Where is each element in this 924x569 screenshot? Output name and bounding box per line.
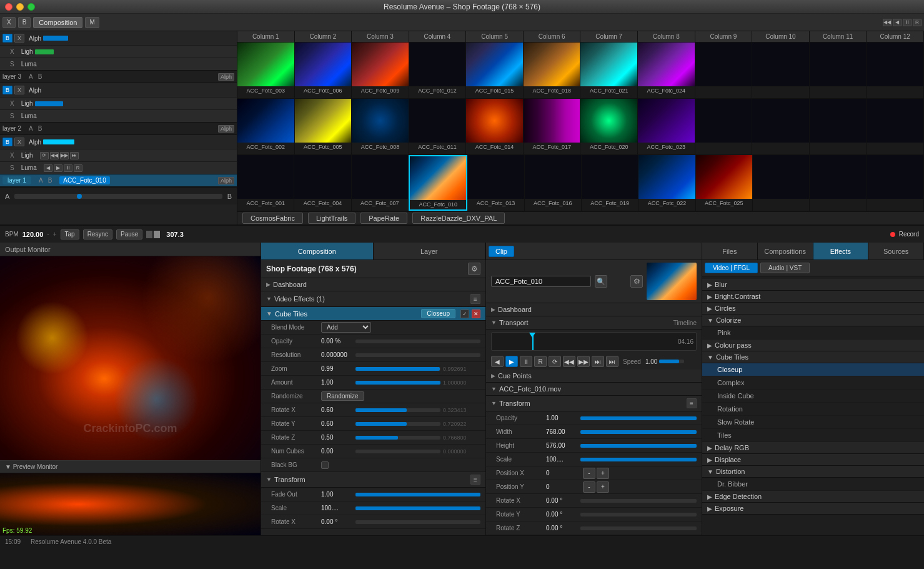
fade-out-track[interactable] — [355, 493, 480, 496]
rotate-z-track[interactable] — [355, 436, 440, 440]
distortion-section-header[interactable]: ▼ Distortion — [702, 466, 924, 478]
layer3-b-btn[interactable]: B — [2, 34, 12, 43]
grid-cell-ACC_Fotc_024[interactable]: ACC_Fotc_024 — [638, 43, 695, 98]
pause-button[interactable]: Pause — [116, 229, 142, 239]
rotate-x-track[interactable] — [355, 408, 440, 412]
bpm-plus[interactable]: + — [53, 231, 57, 238]
effect-tiles[interactable]: Tiles — [702, 429, 924, 442]
back-btn[interactable]: ◀ — [893, 19, 902, 26]
grid-cell-ACC_Fotc_007[interactable]: ACC_Fotc_007 — [352, 155, 409, 211]
effect-inside-cube[interactable]: Inside Cube — [702, 390, 924, 403]
deck-tab-razzledazzle_dxv_pal[interactable]: RazzleDazzle_DXV_PAL — [412, 213, 505, 224]
clip-search-btn[interactable]: 🔍 — [595, 275, 607, 288]
clip-rotate-x-track[interactable] — [580, 499, 697, 503]
clip-dashboard-section[interactable]: ▶ Dashboard — [486, 303, 702, 316]
clip-height-track[interactable] — [580, 444, 697, 448]
layer2-b-btn[interactable]: B — [2, 86, 12, 94]
clip-transform-expand[interactable]: ≡ — [687, 398, 697, 408]
scale-track[interactable] — [355, 506, 480, 510]
tab-layer[interactable]: Layer — [374, 243, 486, 259]
rotate-y-track[interactable] — [355, 422, 440, 426]
effect-slow-rotate[interactable]: Slow Rotate — [702, 416, 924, 429]
colour-pass-section-header[interactable]: ▶ Colour pass — [702, 340, 924, 351]
minimize-button[interactable] — [16, 3, 24, 11]
clip-loop-btn[interactable]: ⟳ — [549, 356, 561, 367]
preview-header[interactable]: ▼ Preview Monitor — [0, 461, 261, 473]
grid-cell-ACC_Fotc_005[interactable]: ACC_Fotc_005 — [295, 99, 352, 154]
dashboard-section[interactable]: ▶ Dashboard — [261, 278, 485, 291]
grid-cell-ACC_Fotc_008[interactable]: ACC_Fotc_008 — [352, 99, 409, 154]
x-button[interactable]: X — [2, 17, 16, 28]
opacity-track[interactable] — [355, 340, 480, 343]
grid-cell-ACC_Fotc_006[interactable]: ACC_Fotc_006 — [295, 43, 352, 98]
effect-complex[interactable]: Complex — [702, 376, 924, 390]
clip-pause-btn[interactable]: ⏸ — [520, 356, 532, 367]
close-button[interactable] — [5, 3, 12, 11]
l1-back-btn[interactable]: ◀◀ — [50, 152, 59, 159]
pos-y-plus[interactable]: + — [597, 481, 609, 493]
effect-closeup[interactable]: Closeup — [702, 363, 924, 376]
l1-r-btn[interactable]: R — [74, 164, 82, 172]
pos-y-minus[interactable]: - — [583, 481, 595, 493]
clip-end-btn[interactable]: ⏭ — [592, 356, 604, 367]
tab-composition[interactable]: Composition — [261, 243, 374, 259]
num-cubes-track[interactable] — [355, 450, 440, 453]
effect-dr-bibber[interactable]: Dr. Bibber — [702, 478, 924, 491]
exposure-section-header[interactable]: ▶ Exposure — [702, 503, 924, 515]
grid-cell-empty[interactable] — [752, 43, 810, 98]
fwd-btn[interactable]: R — [913, 19, 922, 26]
grid-cell-ACC_Fotc_010[interactable]: ACC_Fotc_010 — [409, 155, 467, 211]
sub-tab-video[interactable]: Video | FFGL — [705, 263, 758, 273]
layer1-x-btn[interactable]: X — [14, 138, 24, 146]
grid-cell-ACC_Fotc_020[interactable]: ACC_Fotc_020 — [580, 99, 638, 154]
clip-play-btn[interactable]: ▶ — [505, 356, 518, 367]
grid-cell-ACC_Fotc_018[interactable]: ACC_Fotc_018 — [524, 43, 581, 98]
grid-cell-ACC_Fotc_003[interactable]: ACC_Fotc_003 — [237, 43, 295, 98]
grid-cell-ACC_Fotc_015[interactable]: ACC_Fotc_015 — [466, 43, 524, 98]
layer3-x-btn[interactable]: X — [14, 34, 24, 43]
pos-x-minus[interactable]: - — [583, 468, 595, 479]
grid-cell-empty[interactable] — [752, 99, 810, 154]
tab-sources[interactable]: Sources — [868, 243, 924, 259]
clip-transform-section[interactable]: ▼ Transform ≡ — [486, 396, 702, 411]
grid-cell-empty[interactable] — [695, 99, 753, 154]
displace-section-header[interactable]: ▶ Displace — [702, 454, 924, 466]
grid-cell-empty[interactable] — [867, 155, 924, 211]
grid-cell-ACC_Fotc_025[interactable]: ACC_Fotc_025 — [696, 155, 753, 211]
delay-rgb-section-header[interactable]: ▶ Delay RGB — [702, 442, 924, 454]
sub-tab-audio[interactable]: Audio | VST — [760, 263, 810, 273]
blur-section-header[interactable]: ▶ Blur — [702, 279, 924, 291]
ab-handle[interactable] — [77, 194, 82, 199]
clip-gear-btn[interactable]: ⚙ — [630, 275, 643, 288]
grid-cell-ACC_Fotc_001[interactable]: ACC_Fotc_001 — [237, 155, 294, 211]
grid-cell-ACC_Fotc_013[interactable]: ACC_Fotc_013 — [467, 155, 524, 211]
transform-section[interactable]: ▼ Transform ≡ — [261, 472, 485, 488]
maximize-button[interactable] — [27, 3, 35, 11]
clip-file-section[interactable]: ▼ ACC_Fotc_010.mov — [486, 383, 702, 396]
video-effects-expand[interactable]: ≡ — [470, 294, 480, 304]
video-effects-section[interactable]: ▼ Video Effects (1) ≡ — [261, 291, 485, 307]
grid-cell-ACC_Fotc_004[interactable]: ACC_Fotc_004 — [294, 155, 351, 211]
deck-tab-cosmosfabric[interactable]: CosmosFabric — [242, 213, 303, 224]
colorize-section-header[interactable]: ▼ Colorize — [702, 315, 924, 326]
edge-detection-section-header[interactable]: ▶ Edge Detection — [702, 491, 924, 503]
amount-track[interactable] — [355, 381, 440, 385]
grid-cell-empty[interactable] — [695, 43, 753, 98]
circles-section-header[interactable]: ▶ Circles — [702, 303, 924, 315]
layer1-row[interactable]: B X Alph — [0, 135, 237, 149]
clip-scale-track[interactable] — [580, 458, 697, 461]
black-bg-checkbox[interactable] — [321, 461, 329, 469]
clip-tab[interactable]: Clip — [489, 246, 514, 257]
pause-btn[interactable]: ⏸ — [903, 19, 912, 26]
l1-prev-btn[interactable]: ◀ — [44, 164, 52, 172]
props-gear-btn[interactable]: ⚙ — [468, 263, 480, 275]
layer2-row[interactable]: B X Alph — [0, 83, 237, 97]
grid-cell-ACC_Fotc_011[interactable]: ACC_Fotc_011 — [409, 99, 467, 154]
tab-compositions[interactable]: Compositions — [758, 243, 813, 259]
grid-cell-ACC_Fotc_019[interactable]: ACC_Fotc_019 — [582, 155, 638, 211]
grid-cell-ACC_Fotc_023[interactable]: ACC_Fotc_023 — [638, 99, 695, 154]
clip-fwd2-btn[interactable]: ▶▶ — [577, 356, 590, 367]
clip-transport-section[interactable]: ▼ Transport Timeline — [486, 316, 702, 330]
clip-rotate-y-track[interactable] — [580, 513, 697, 516]
clip-name-input[interactable] — [491, 276, 591, 287]
